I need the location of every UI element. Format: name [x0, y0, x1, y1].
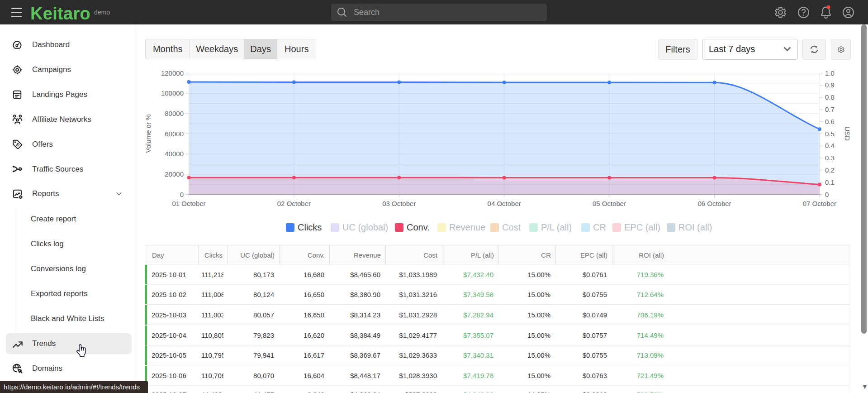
svg-text:0: 0	[825, 191, 829, 198]
svg-text:0.2: 0.2	[825, 166, 835, 174]
svg-text:0.1: 0.1	[825, 178, 835, 186]
svg-text:0: 0	[180, 191, 184, 198]
svg-text:USD: USD	[844, 126, 851, 141]
svg-text:40000: 40000	[165, 150, 184, 158]
svg-text:Volume or %: Volume or %	[144, 114, 152, 153]
svg-text:01 October: 01 October	[172, 200, 205, 207]
svg-text:1.0: 1.0	[825, 69, 835, 77]
svg-text:0.6: 0.6	[825, 118, 835, 125]
svg-text:0.8: 0.8	[825, 93, 835, 101]
svg-text:02 October: 02 October	[277, 200, 311, 207]
svg-text:60000: 60000	[165, 130, 184, 138]
svg-text:80000: 80000	[165, 110, 184, 117]
svg-text:04 October: 04 October	[488, 200, 521, 207]
svg-text:0.5: 0.5	[825, 130, 835, 138]
svg-text:0.4: 0.4	[825, 142, 835, 149]
svg-text:0.7: 0.7	[825, 105, 835, 113]
svg-text:0.3: 0.3	[825, 154, 835, 162]
svg-text:05 October: 05 October	[593, 200, 626, 207]
svg-text:03 October: 03 October	[382, 200, 416, 207]
svg-text:07 October: 07 October	[803, 200, 836, 207]
svg-text:100000: 100000	[161, 89, 184, 97]
svg-text:0.9: 0.9	[825, 81, 835, 89]
svg-text:06 October: 06 October	[697, 200, 731, 207]
svg-text:120000: 120000	[161, 69, 184, 77]
svg-text:20000: 20000	[165, 170, 184, 178]
